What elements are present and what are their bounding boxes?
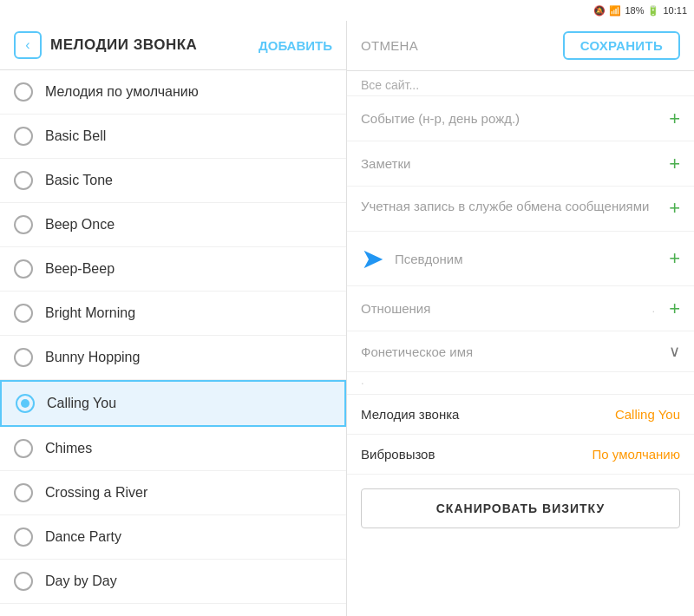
ringtone-item[interactable]: Beep-Beep [0,247,346,292]
status-signal-icon: 📶 [609,5,621,16]
ringtone-name: Bunny Hopping [45,350,140,365]
ringtone-item[interactable]: Bright Morning [0,292,346,336]
right-panel: ОТМЕНА СОХРАНИТЬ Все сайт... Событие (н-… [347,21,694,616]
ringtone-value: Calling You [615,407,680,422]
relations-label: Отношения [361,301,645,316]
ringtone-item[interactable]: Beep Once [0,203,346,247]
ringtone-name: Calling You [47,396,116,411]
notes-add-button[interactable]: + [669,153,680,175]
radio-circle [16,394,35,413]
ringtone-name: Chimes [45,441,92,456]
back-button[interactable]: ‹ [14,31,42,59]
radio-circle [14,82,33,102]
radio-circle [14,215,33,234]
ringtone-name: Basic Tone [45,173,113,188]
nickname-field-row: ➤ Псевдоним + [347,232,694,286]
left-header: ‹ МЕЛОДИИ ЗВОНКА ДОБАВИТЬ [0,21,346,70]
radio-circle [14,304,33,323]
ringtone-item[interactable]: Day by Day [0,560,346,604]
ringtone-name: Мелодия по умолчанию [45,84,199,100]
ringtone-item[interactable]: Basic Bell [0,115,346,159]
relations-add-button[interactable]: + [669,298,680,320]
radio-circle [14,483,33,502]
top-field-label: Все сайт... [361,78,419,92]
vibration-label: Вибровызов [361,447,593,462]
phonetic-field-row: Фонетическое имя ∨ [347,331,694,372]
notes-field-row: Заметки + [347,141,694,187]
radio-circle [14,348,33,367]
radio-circle [14,259,33,279]
right-header: ОТМЕНА СОХРАНИТЬ [347,21,694,71]
ringtone-name: Dance Party [45,529,121,545]
status-mute-icon: 🔕 [593,5,606,16]
ringtone-name: Crossing a River [45,485,147,501]
status-time-right: 10:11 [663,5,687,16]
phonetic-chevron-icon[interactable]: ∨ [669,342,680,361]
status-right: 🔕 📶 18% 🔋 10:11 [593,5,687,16]
main-area: ‹ МЕЛОДИИ ЗВОНКА ДОБАВИТЬ Мелодия по умо… [0,21,694,616]
ringtone-item[interactable]: Мелодия по умолчанию [0,70,346,115]
radio-circle [14,439,33,458]
nickname-label: Псевдоним [395,252,662,266]
event-add-button[interactable]: + [669,108,680,130]
phonetic-label: Фонетическое имя [361,344,662,359]
phonetic-value: . [347,372,694,395]
scan-button[interactable]: СКАНИРОВАТЬ ВИЗИТКУ [361,488,680,528]
account-add-button[interactable]: + [669,197,680,220]
save-button[interactable]: СОХРАНИТЬ [563,31,680,60]
ringtone-item[interactable]: Crossing a River [0,471,346,515]
ringtone-name: Beep Once [45,217,115,233]
nickname-blue-arrow: ➤ [361,242,384,275]
status-battery-text: 18% [625,5,644,16]
relations-dot: . [652,302,656,315]
ringtone-item[interactable]: Calling You [0,380,346,427]
ringtone-item[interactable]: Chimes [0,427,346,471]
nickname-label-container: ➤ Псевдоним [361,242,662,275]
ringtone-info-row: Мелодия звонка Calling You [347,395,694,435]
back-icon: ‹ [25,37,29,53]
ringtone-name: Beep-Beep [45,261,115,277]
notes-label: Заметки [361,156,662,171]
ringtone-name: Bright Morning [45,305,135,321]
status-battery-icon: 🔋 [647,5,659,16]
nickname-add-button[interactable]: + [669,247,680,270]
add-button[interactable]: ДОБАВИТЬ [259,38,332,53]
left-panel: ‹ МЕЛОДИИ ЗВОНКА ДОБАВИТЬ Мелодия по умо… [0,21,347,616]
left-panel-title: МЕЛОДИИ ЗВОНКА [50,36,250,54]
account-field-row: Учетная запись в службе обмена сообщения… [347,187,694,232]
radio-circle [14,127,33,146]
vibration-value: По умолчанию [593,447,680,462]
radio-circle [14,171,33,190]
vibration-info-row: Вибровызов По умолчанию [347,435,694,475]
ringtone-item[interactable]: Bunny Hopping [0,336,346,380]
ringtone-label: Мелодия звонка [361,407,615,422]
top-field: Все сайт... [347,71,694,96]
ringtone-name: Basic Bell [45,128,106,144]
right-content: Все сайт... Событие (н-р, день рожд.) + … [347,71,694,616]
relations-field-row: Отношения . + [347,286,694,331]
ringtone-item[interactable]: Basic Tone [0,159,346,203]
ringtone-name: Day by Day [45,573,117,589]
status-bar: 🔕 📶 18% 🔋 10:11 [0,0,694,21]
event-label: Событие (н-р, день рожд.) [361,111,662,126]
ringtone-item[interactable]: Dance Party [0,515,346,560]
ringtone-list: Мелодия по умолчаниюBasic BellBasic Tone… [0,70,346,616]
account-label: Учетная запись в службе обмена сообщения… [361,197,662,213]
cancel-button[interactable]: ОТМЕНА [361,38,418,53]
event-field-row: Событие (н-р, день рожд.) + [347,96,694,141]
radio-circle [14,528,33,547]
radio-circle [14,572,33,591]
